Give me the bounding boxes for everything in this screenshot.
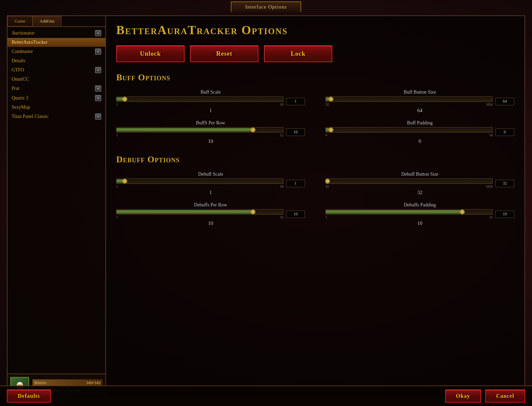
sidebar-item-sexymap[interactable]: SexyMap bbox=[8, 103, 105, 112]
tab-addons[interactable]: AddOns bbox=[32, 16, 62, 26]
buff-scale-label: Buff Scale bbox=[116, 90, 305, 95]
sidebar-item-details[interactable]: Details bbox=[8, 56, 105, 65]
debuff-button-size-display: 32 bbox=[325, 190, 514, 195]
debuffs-padding-fill bbox=[326, 210, 462, 214]
debuff-button-size-option: Debuff Button Size 32 1024 bbox=[325, 172, 514, 195]
sidebar-item-label: Combustor bbox=[12, 49, 33, 54]
debuff-scale-thumb[interactable] bbox=[122, 179, 127, 184]
sidebar-list: Auctionator + BetterAuraTracker Combusto… bbox=[8, 27, 105, 374]
debuff-button-size-labels: 32 1024 bbox=[325, 185, 493, 188]
sidebar-item-label: SexyMap bbox=[12, 105, 30, 110]
bottom-bar: Defaults Okay Cancel bbox=[0, 385, 532, 406]
buff-button-size-value: 64 bbox=[495, 98, 514, 105]
debuff-scale-slider-container: 1 10 bbox=[116, 178, 283, 188]
buff-padding-display: 0 bbox=[325, 138, 514, 144]
defaults-button[interactable]: Defaults bbox=[7, 390, 51, 403]
buffs-per-row-labels: 1 12 bbox=[116, 133, 283, 137]
debuff-scale-display: 1 bbox=[116, 190, 305, 195]
plus-icon: + bbox=[95, 113, 101, 120]
debuff-scale-track[interactable] bbox=[116, 178, 283, 184]
sidebar-item-label: Quartz 3 bbox=[12, 95, 28, 101]
sidebar-item-betterAuraTracker[interactable]: BetterAuraTracker bbox=[8, 38, 105, 47]
buff-padding-track[interactable] bbox=[325, 127, 493, 133]
buffs-per-row-fill bbox=[117, 128, 253, 132]
debuffs-padding-display: 10 bbox=[325, 220, 514, 226]
debuffs-per-row-track[interactable] bbox=[116, 209, 283, 215]
player-health: 349/349 bbox=[86, 380, 101, 385]
debuff-button-size-thumb[interactable] bbox=[325, 179, 330, 184]
reset-button[interactable]: Reset bbox=[190, 45, 258, 62]
buff-button-size-labels: 32 1024 bbox=[325, 103, 493, 106]
debuffs-padding-slider-row: 1 12 10 bbox=[325, 209, 514, 219]
buffs-per-row-slider-row: 1 12 10 bbox=[116, 127, 305, 137]
sidebar-item-prat[interactable]: Prat + bbox=[8, 84, 105, 93]
debuff-scale-labels: 1 10 bbox=[116, 185, 283, 188]
sidebar-item-gtfo[interactable]: GTFO + bbox=[8, 65, 105, 75]
plus-icon: + bbox=[95, 49, 101, 55]
debuffs-per-row-label: Debuffs Per Row bbox=[116, 202, 305, 208]
plus-icon: + bbox=[95, 30, 101, 36]
buff-button-size-thumb[interactable] bbox=[329, 97, 333, 102]
buff-padding-value: 0 bbox=[495, 128, 514, 136]
okay-button[interactable]: Okay bbox=[445, 390, 481, 403]
buff-padding-option: Buff Padding 0 10 bbox=[325, 120, 514, 144]
buffs-per-row-label: BuffS Per Row bbox=[116, 120, 305, 126]
debuffs-padding-slider-container: 1 12 bbox=[325, 209, 493, 219]
buff-scale-slider-row: 1 10 1 bbox=[116, 96, 305, 106]
sidebar-item-quartz3[interactable]: Quartz 3 + bbox=[8, 93, 105, 103]
debuff-button-size-track[interactable] bbox=[325, 178, 493, 184]
buff-padding-slider-row: 0 10 0 bbox=[325, 127, 514, 137]
buffs-per-row-slider-container: 1 12 bbox=[116, 127, 283, 137]
debuffs-padding-value: 10 bbox=[495, 211, 514, 218]
sidebar-tabs: Game AddOns bbox=[8, 16, 105, 27]
sidebar-item-combustor[interactable]: Combustor + bbox=[8, 47, 105, 56]
debuffs-padding-labels: 1 12 bbox=[325, 215, 493, 219]
debuff-scale-option: Debuff Scale 1 10 bbox=[116, 172, 305, 195]
sidebar-item-label: Details bbox=[12, 58, 25, 64]
buffs-per-row-option: BuffS Per Row 1 12 bbox=[116, 120, 305, 144]
main-panel: BetterAuraTracker Options Unlock Reset L… bbox=[106, 15, 525, 399]
sidebar-item-label: Titan Panel Classic bbox=[12, 114, 49, 119]
buffs-per-row-track[interactable] bbox=[116, 127, 283, 133]
buffs-per-row-thumb[interactable] bbox=[251, 127, 255, 132]
sidebar-item-auctionator[interactable]: Auctionator + bbox=[8, 28, 105, 38]
buff-button-size-display: 64 bbox=[325, 108, 514, 113]
unlock-button[interactable]: Unlock bbox=[116, 45, 185, 62]
debuff-scale-label: Debuff Scale bbox=[116, 172, 305, 177]
sidebar: Game AddOns Auctionator + BetterAuraTrac… bbox=[7, 15, 106, 399]
buffs-per-row-display: 10 bbox=[116, 138, 305, 144]
debuff-button-size-slider-container: 32 1024 bbox=[325, 178, 493, 188]
debuffs-padding-track[interactable] bbox=[325, 209, 493, 215]
sidebar-item-label: BetterAuraTracker bbox=[12, 40, 48, 45]
buffs-per-row-value: 10 bbox=[286, 128, 305, 136]
debuffs-per-row-thumb[interactable] bbox=[251, 209, 255, 214]
cancel-button[interactable]: Cancel bbox=[485, 390, 525, 403]
buff-scale-thumb[interactable] bbox=[122, 97, 127, 102]
debuffs-padding-label: Debuffs Padding bbox=[325, 202, 514, 208]
buff-scale-labels: 1 10 bbox=[116, 103, 283, 106]
plus-icon: + bbox=[95, 95, 101, 101]
buff-padding-thumb[interactable] bbox=[329, 127, 333, 132]
buff-button-size-option: Buff Button Size 32 1024 bbox=[325, 90, 514, 113]
buff-section: Buff Options Buff Scale bbox=[116, 72, 514, 144]
debuffs-per-row-labels: 1 12 bbox=[116, 215, 283, 219]
panel-title: BetterAuraTracker Options bbox=[116, 23, 514, 37]
buff-button-size-slider-row: 32 1024 64 bbox=[325, 96, 514, 106]
action-buttons: Unlock Reset Lock bbox=[116, 45, 514, 62]
sidebar-item-titanPanelClassic[interactable]: Titan Panel Classic + bbox=[8, 112, 105, 121]
debuffs-padding-thumb[interactable] bbox=[460, 209, 465, 214]
debuff-scale-slider-row: 1 10 1 bbox=[116, 178, 305, 188]
buff-padding-label: Buff Padding bbox=[325, 120, 514, 126]
debuffs-padding-option: Debuffs Padding 1 12 bbox=[325, 202, 514, 226]
buff-scale-track[interactable] bbox=[116, 96, 283, 102]
buff-button-size-slider-container: 32 1024 bbox=[325, 96, 493, 106]
sidebar-item-label: GTFO bbox=[12, 67, 24, 73]
buff-button-size-track[interactable] bbox=[325, 96, 493, 102]
bottom-right-buttons: Okay Cancel bbox=[445, 390, 525, 403]
main-window: Interface Options Game AddOns Auctionato… bbox=[0, 0, 532, 406]
lock-button[interactable]: Lock bbox=[264, 45, 332, 62]
debuffs-per-row-fill bbox=[117, 210, 253, 214]
debuff-options-grid: Debuff Scale 1 10 bbox=[116, 172, 514, 226]
tab-game[interactable]: Game bbox=[8, 16, 32, 26]
sidebar-item-omnicc[interactable]: OmniCC bbox=[8, 75, 105, 84]
